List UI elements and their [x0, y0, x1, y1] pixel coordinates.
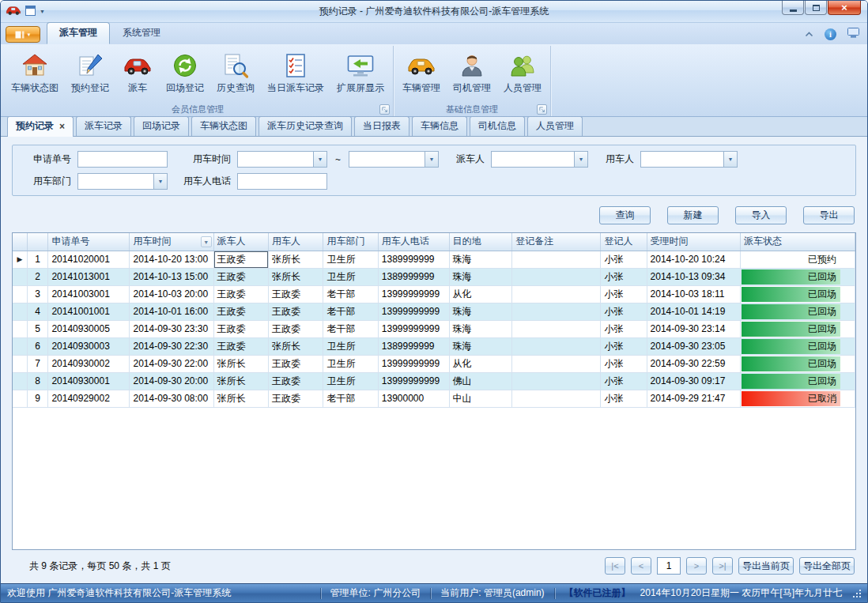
- cell-num[interactable]: 2: [27, 268, 48, 285]
- extend-screen-button[interactable]: 扩展屏显示: [330, 47, 391, 103]
- cell-request_no[interactable]: 20140930001: [48, 372, 130, 390]
- cell-remark[interactable]: [512, 303, 601, 320]
- dispatch-button[interactable]: 派车: [115, 47, 160, 103]
- table-row[interactable]: 2201410130012014-10-13 15:00王政委张所长卫生所138…: [13, 268, 855, 285]
- table-row[interactable]: 9201409290022014-09-30 08:00张所长王政委老干部139…: [13, 390, 855, 407]
- use-time-from-combo[interactable]: [237, 151, 327, 168]
- tab-vehicle-status-chart[interactable]: 车辆状态图: [191, 116, 256, 136]
- cell-destination[interactable]: 佛山: [449, 372, 512, 390]
- cell-status[interactable]: 已取消: [740, 390, 855, 407]
- tab-reservation-records[interactable]: 预约记录 ×: [7, 116, 74, 137]
- pager-prev-button[interactable]: <: [631, 557, 651, 575]
- cell-user[interactable]: 王政委: [269, 355, 323, 372]
- cell-department[interactable]: 老干部: [323, 285, 378, 303]
- column-filter-icon[interactable]: ▼: [201, 236, 212, 247]
- column-header-use_time[interactable]: 用车时间▼: [130, 233, 213, 251]
- table-row[interactable]: 3201410030012014-10-03 20:00王政委王政委老干部139…: [13, 285, 855, 303]
- ribbon-tab-dispatch[interactable]: 派车管理: [47, 22, 110, 44]
- cell-remark[interactable]: [512, 320, 601, 337]
- cell-registrar[interactable]: 小张: [601, 355, 647, 372]
- column-header-destination[interactable]: 目的地: [449, 233, 512, 251]
- tab-vehicle-info[interactable]: 车辆信息: [412, 116, 467, 136]
- cell-request_no[interactable]: 20140930002: [48, 355, 130, 372]
- cell-use_time[interactable]: 2014-10-13 15:00: [130, 268, 213, 285]
- cell-indicator[interactable]: [13, 390, 27, 407]
- cell-remark[interactable]: [512, 337, 601, 355]
- new-button[interactable]: 新建: [667, 206, 719, 224]
- cell-phone[interactable]: 1389999999: [378, 251, 449, 268]
- table-row[interactable]: ▶1201410200012014-10-20 13:00王政委张所长卫生所13…: [13, 251, 855, 268]
- user-combo[interactable]: [640, 151, 738, 168]
- tab-driver-info[interactable]: 司机信息: [470, 116, 525, 136]
- chevron-down-icon[interactable]: [153, 174, 167, 189]
- cell-dispatcher[interactable]: 张所长: [213, 390, 268, 407]
- cell-destination[interactable]: 珠海: [449, 251, 512, 268]
- cell-dispatcher[interactable]: 王政委: [213, 320, 268, 337]
- quick-access-chevron-down-icon[interactable]: ▼: [40, 9, 45, 14]
- cell-status[interactable]: 已回场: [740, 303, 855, 320]
- cell-registrar[interactable]: 小张: [601, 337, 647, 355]
- cell-accept_time[interactable]: 2014-09-30 22:59: [647, 355, 740, 372]
- cell-user[interactable]: 王政委: [269, 372, 323, 390]
- cell-indicator[interactable]: [13, 337, 27, 355]
- cell-destination[interactable]: 珠海: [449, 268, 512, 285]
- cell-registrar[interactable]: 小张: [601, 372, 647, 390]
- cell-dispatcher[interactable]: 王政委: [213, 251, 268, 268]
- cell-accept_time[interactable]: 2014-09-29 21:47: [647, 390, 740, 407]
- current-row-indicator-icon[interactable]: ▶: [13, 251, 27, 268]
- cell-accept_time[interactable]: 2014-10-01 14:19: [647, 303, 740, 320]
- phone-input[interactable]: [237, 173, 327, 190]
- cell-accept_time[interactable]: 2014-10-20 10:24: [647, 251, 740, 268]
- cell-department[interactable]: 卫生所: [323, 372, 378, 390]
- cell-remark[interactable]: [512, 372, 601, 390]
- query-button[interactable]: 查询: [599, 206, 651, 224]
- cell-dispatcher[interactable]: 王政委: [213, 285, 268, 303]
- cell-request_no[interactable]: 20141013001: [48, 268, 130, 285]
- cell-use_time[interactable]: 2014-10-03 20:00: [130, 285, 213, 303]
- cell-status[interactable]: 已回场: [740, 268, 855, 285]
- column-header-phone[interactable]: 用车人电话: [378, 233, 449, 251]
- column-header-department[interactable]: 用车部门: [323, 233, 378, 251]
- cell-registrar[interactable]: 小张: [601, 251, 647, 268]
- tab-dispatch-history-query[interactable]: 派车历史记录查询: [259, 116, 352, 136]
- table-row[interactable]: 8201409300012014-09-30 20:00张所长王政委卫生所139…: [13, 372, 855, 390]
- cell-user[interactable]: 王政委: [269, 320, 323, 337]
- cell-phone[interactable]: 13999999999: [378, 285, 449, 303]
- cell-registrar[interactable]: 小张: [601, 303, 647, 320]
- cell-accept_time[interactable]: 2014-09-30 23:05: [647, 337, 740, 355]
- cell-request_no[interactable]: 20141003001: [48, 285, 130, 303]
- cell-user[interactable]: 王政委: [269, 303, 323, 320]
- dialog-launcher-icon[interactable]: [379, 104, 390, 115]
- cell-num[interactable]: 8: [27, 372, 48, 390]
- cell-dispatcher[interactable]: 王政委: [213, 268, 268, 285]
- cell-remark[interactable]: [512, 251, 601, 268]
- personnel-manage-button[interactable]: 人员管理: [497, 47, 548, 103]
- cell-status[interactable]: 已回场: [740, 372, 855, 390]
- cell-phone[interactable]: 1389999999: [378, 337, 449, 355]
- cell-registrar[interactable]: 小张: [601, 320, 647, 337]
- department-combo[interactable]: [77, 173, 168, 190]
- cell-num[interactable]: 7: [27, 355, 48, 372]
- cell-status[interactable]: 已回场: [740, 320, 855, 337]
- cell-accept_time[interactable]: 2014-10-03 18:11: [647, 285, 740, 303]
- cell-num[interactable]: 4: [27, 303, 48, 320]
- tab-return-records[interactable]: 回场记录: [134, 116, 189, 136]
- reservation-register-button[interactable]: 预约登记: [65, 47, 115, 103]
- cell-destination[interactable]: 从化: [449, 355, 512, 372]
- cell-dispatcher[interactable]: 张所长: [213, 372, 268, 390]
- history-query-button[interactable]: 历史查询: [210, 47, 261, 103]
- cell-phone[interactable]: 1389999999: [378, 268, 449, 285]
- cell-status[interactable]: 已回场: [740, 285, 855, 303]
- tab-dispatch-records[interactable]: 派车记录: [76, 116, 131, 136]
- import-button[interactable]: 导入: [735, 206, 787, 224]
- pager-last-button[interactable]: >|: [712, 557, 733, 575]
- cell-phone[interactable]: 13999999999: [378, 320, 449, 337]
- cell-indicator[interactable]: [13, 372, 27, 390]
- cell-remark[interactable]: [512, 285, 601, 303]
- driver-manage-button[interactable]: 司机管理: [447, 47, 497, 103]
- cell-department[interactable]: 老干部: [323, 320, 378, 337]
- cell-use_time[interactable]: 2014-09-30 08:00: [130, 390, 213, 407]
- dialog-launcher-icon[interactable]: [537, 104, 547, 115]
- column-header-dispatcher[interactable]: 派车人: [213, 233, 268, 251]
- table-row[interactable]: 6201409300032014-09-30 22:30王政委张所长卫生所138…: [13, 337, 855, 355]
